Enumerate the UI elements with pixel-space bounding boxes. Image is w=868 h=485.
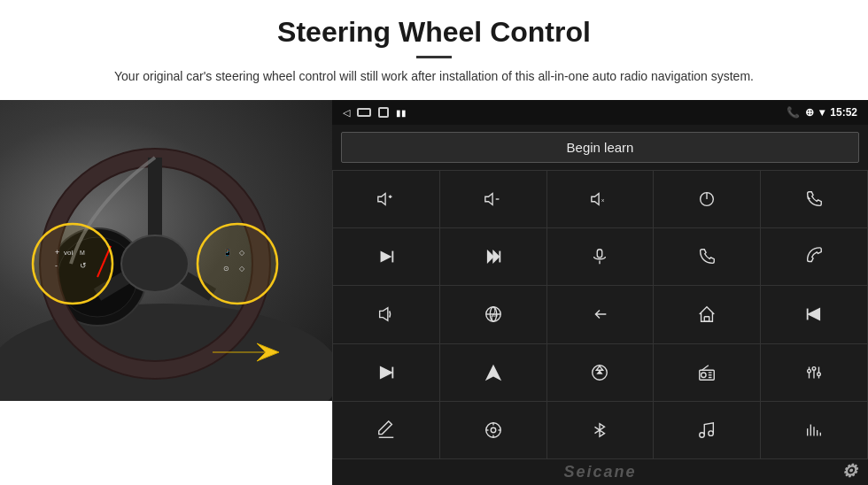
phone-icon-status: 📞 (787, 106, 800, 119)
svg-marker-28 (380, 251, 391, 263)
svg-point-16 (198, 224, 277, 304)
svg-marker-44 (380, 366, 391, 378)
back-button[interactable] (547, 286, 654, 343)
svg-point-66 (709, 431, 714, 436)
status-bar-right: 📞 ⊕ ▾ 15:52 (787, 106, 857, 119)
svg-point-10 (33, 224, 112, 304)
radio-panel: ◁ ▮▮ 📞 ⊕ ▾ 15:52 Begin learn (332, 100, 868, 485)
title-divider (416, 56, 452, 58)
header-section: Steering Wheel Control Your original car… (0, 0, 868, 95)
status-bar: ◁ ▮▮ 📞 ⊕ ▾ 15:52 (332, 100, 868, 125)
battery-icon: ▮▮ (396, 108, 407, 118)
status-bar-left: ◁ ▮▮ (343, 107, 407, 119)
svg-text:📱: 📱 (223, 248, 232, 257)
content-section: + vol - M ↺ 📱 ◇ ⊙ ◇ (0, 100, 868, 485)
svg-point-9 (121, 235, 189, 292)
svg-rect-33 (598, 250, 603, 258)
phone-button[interactable] (654, 228, 760, 285)
svg-text:◇: ◇ (239, 249, 245, 257)
gps-icon: ⊕ (805, 106, 814, 119)
sound-bars-button[interactable] (761, 402, 867, 458)
svg-marker-21 (378, 194, 385, 205)
svg-marker-42 (809, 309, 820, 320)
svg-point-0 (0, 304, 332, 401)
360-button[interactable]: 360° (440, 286, 546, 343)
vol-mute-button[interactable]: × (547, 171, 654, 227)
wifi-icon: ▾ (819, 106, 825, 119)
vol-down-button[interactable] (440, 171, 546, 227)
skip-forward-button[interactable] (333, 344, 439, 401)
nav-recent-icon[interactable] (378, 107, 389, 118)
navigation-button[interactable] (440, 344, 546, 401)
page-title: Steering Wheel Control (53, 16, 815, 49)
equalizer-button[interactable] (761, 344, 867, 401)
vol-up-button[interactable] (333, 171, 439, 227)
steering-wheel-image: + vol - M ↺ 📱 ◇ ⊙ ◇ (0, 100, 332, 401)
music-button[interactable] (654, 402, 760, 458)
hang-up-button[interactable] (761, 228, 867, 285)
svg-marker-23 (592, 194, 599, 205)
svg-point-56 (812, 366, 816, 370)
svg-point-65 (700, 433, 705, 438)
pen-button[interactable] (333, 402, 439, 458)
svg-text:+: + (55, 248, 59, 257)
icon-grid: × (332, 170, 868, 459)
seicane-text: Seicane (563, 463, 636, 481)
svg-point-57 (818, 373, 821, 376)
svg-point-60 (491, 427, 496, 433)
subtitle-text: Your original car's steering wheel contr… (97, 67, 771, 86)
begin-learn-row: Begin learn (332, 125, 868, 170)
svg-text:×: × (601, 197, 605, 204)
svg-marker-45 (485, 365, 501, 381)
svg-text:vol: vol (64, 249, 73, 257)
mic-button[interactable] (547, 228, 654, 285)
svg-marker-35 (380, 308, 388, 321)
svg-point-55 (808, 369, 811, 373)
next-track-button[interactable] (333, 228, 439, 285)
fast-forward-button[interactable] (440, 228, 546, 285)
gear-icon[interactable]: ⚙ (841, 460, 859, 481)
settings-round-button[interactable] (440, 402, 546, 458)
nav-back-icon[interactable]: ◁ (343, 107, 350, 119)
svg-text:M: M (80, 250, 85, 256)
eject-button[interactable] (547, 344, 654, 401)
bluetooth-button[interactable] (547, 402, 654, 458)
svg-text:↺: ↺ (80, 261, 87, 270)
svg-point-48 (701, 373, 707, 378)
time-display: 15:52 (830, 106, 857, 119)
home-button[interactable] (654, 286, 760, 343)
nav-home-icon[interactable] (357, 108, 371, 117)
watermark-row: Seicane ⚙ (332, 459, 868, 485)
svg-marker-31 (493, 251, 499, 263)
call-prev-button[interactable] (761, 171, 867, 227)
svg-text:◇: ◇ (239, 265, 245, 273)
svg-text:⊙: ⊙ (223, 265, 229, 273)
radio-button[interactable] (654, 344, 760, 401)
rewind-button[interactable] (761, 286, 867, 343)
power-button[interactable] (654, 171, 760, 227)
steering-wheel-svg: + vol - M ↺ 📱 ◇ ⊙ ◇ (0, 100, 332, 401)
speaker-button[interactable] (333, 286, 439, 343)
svg-marker-22 (485, 194, 492, 205)
svg-text:-: - (55, 261, 58, 270)
begin-learn-button[interactable]: Begin learn (341, 132, 859, 163)
svg-marker-30 (487, 251, 492, 263)
svg-rect-40 (705, 317, 710, 322)
svg-text:360°: 360° (491, 313, 500, 318)
